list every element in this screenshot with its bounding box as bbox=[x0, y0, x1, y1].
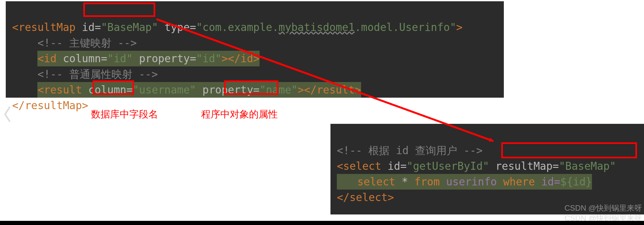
tag-id-close: ></id> bbox=[222, 52, 260, 65]
tag-select-close: </select> bbox=[337, 191, 394, 204]
sql-expr: ${id} bbox=[560, 176, 592, 188]
tag-resultmap-open: <resultMap bbox=[12, 21, 76, 34]
comment-select: <!-- 根据 id 查询用户 --> bbox=[337, 144, 482, 157]
attr-select-id: id bbox=[388, 160, 400, 172]
tag-resultmap-close: </resultMap> bbox=[12, 99, 88, 112]
val-prop: "id" bbox=[196, 52, 221, 65]
sql-table: userinfo bbox=[440, 176, 503, 188]
attr-type: type bbox=[164, 21, 190, 34]
code-block-top: <resultMap id="BaseMap" type="com.exampl… bbox=[12, 4, 463, 129]
tag-result-open: <result bbox=[37, 84, 82, 96]
val-prop2: "name" bbox=[260, 84, 298, 96]
text-mybatisdome: mybatisdome1 bbox=[279, 21, 355, 34]
sql-star: * bbox=[395, 176, 414, 188]
attr-property2: property bbox=[202, 84, 253, 96]
attr-resultmap: resultMap bbox=[496, 160, 553, 172]
code-panel-bottom: <!-- 根据 id 查询用户 --> <select id="getUserB… bbox=[330, 124, 644, 214]
eq: = bbox=[190, 21, 196, 34]
bottom-black-bar bbox=[0, 221, 644, 225]
eq: = bbox=[400, 160, 407, 172]
comment-prop: <!-- 普通属性映射 --> bbox=[37, 68, 158, 80]
val-col2: "username" bbox=[133, 84, 196, 96]
sql-id: id= bbox=[535, 176, 560, 188]
val-id: "BaseMap" bbox=[101, 21, 158, 34]
tag-result-close: ></result> bbox=[298, 84, 361, 96]
tag-select-open: <select bbox=[337, 160, 381, 172]
sql-where: where bbox=[503, 176, 535, 188]
eq: = bbox=[253, 84, 260, 96]
val-type: "com.example.mybatisdome1.model.Userinfo… bbox=[196, 21, 456, 34]
sql-from: from bbox=[414, 176, 440, 188]
eq: = bbox=[101, 52, 107, 65]
val-col: "id" bbox=[107, 52, 133, 65]
attr-property: property bbox=[139, 52, 190, 65]
comment-pk: <!-- 主键映射 --> bbox=[37, 37, 137, 49]
eq: = bbox=[553, 160, 559, 172]
attr-column: column bbox=[63, 52, 101, 65]
attr-column2: column bbox=[88, 84, 126, 96]
tag-id-open: <id bbox=[37, 52, 57, 65]
eq: = bbox=[190, 52, 196, 65]
eq: = bbox=[126, 84, 133, 96]
val-select-id: "getUserById" bbox=[407, 160, 489, 172]
code-block-bottom: <!-- 根据 id 查询用户 --> <select id="getUserB… bbox=[337, 127, 616, 221]
attr-id: id bbox=[82, 21, 95, 34]
eq: = bbox=[95, 21, 101, 34]
tag-close: > bbox=[456, 21, 463, 34]
val-resultmap: "BaseMap" bbox=[559, 160, 616, 172]
sql-select: select bbox=[357, 176, 395, 188]
code-panel-top: <resultMap id="BaseMap" type="com.exampl… bbox=[6, 1, 504, 98]
chevron-left-icon bbox=[3, 106, 11, 123]
